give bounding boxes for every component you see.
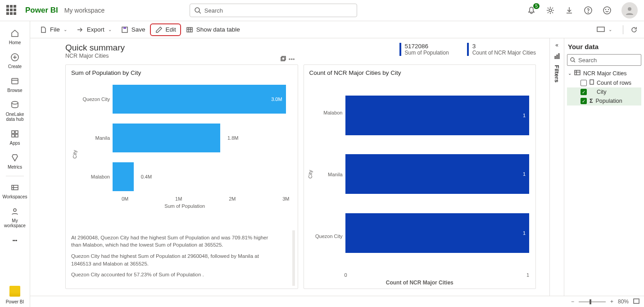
visual-sum-population[interactable]: ••• Sum of Population by City City Quezo… xyxy=(65,64,298,289)
x-tick: 3M xyxy=(282,196,289,202)
screen-icon xyxy=(597,26,605,34)
x-tick: 2M xyxy=(229,196,236,202)
nav-browse[interactable]: Browse xyxy=(1,73,28,96)
visual-count-cities[interactable]: Count of NCR Major Cities by City City M… xyxy=(304,64,536,289)
nav-onelake[interactable]: OneLake data hub xyxy=(1,97,28,124)
notifications-icon[interactable]: 5 xyxy=(527,6,536,15)
nav-my-workspace[interactable]: My workspace xyxy=(1,204,28,231)
feedback-icon[interactable] xyxy=(603,6,612,15)
workspace-name[interactable]: My workspace xyxy=(64,7,104,14)
table-node[interactable]: ⌄ NCR Major Cities xyxy=(567,69,641,78)
count-icon xyxy=(590,79,594,86)
field-count-rows[interactable]: Count of rows xyxy=(567,78,641,87)
svg-rect-19 xyxy=(123,27,126,29)
user-avatar[interactable] xyxy=(621,2,638,18)
more-icon[interactable]: ••• xyxy=(289,56,295,64)
svg-rect-21 xyxy=(597,27,604,32)
y-tick: Quezon City xyxy=(78,96,113,102)
chart-title: Count of NCR Major Cities by City xyxy=(304,65,536,78)
svg-rect-14 xyxy=(12,134,14,137)
sigma-icon: Σ xyxy=(590,98,593,104)
data-panel: Your data Search ⌄ NCR Major Cities Coun… xyxy=(564,38,644,296)
view-mode-button[interactable]: ⌄ xyxy=(593,24,617,36)
search-placeholder: Search xyxy=(204,7,223,14)
export-label: Export xyxy=(87,26,104,33)
checkbox-unchecked[interactable] xyxy=(581,80,587,86)
zoom-in-button[interactable]: + xyxy=(610,298,613,305)
brand-label: Power BI xyxy=(25,6,58,15)
svg-rect-30 xyxy=(590,80,594,84)
data-search-input[interactable]: Search xyxy=(567,54,641,66)
nav-workspaces[interactable]: Workspaces xyxy=(1,180,28,202)
bar-malabon[interactable]: 0.4M xyxy=(113,162,134,191)
checkbox-checked[interactable]: ✓ xyxy=(581,89,587,95)
zoom-percent[interactable]: 80% xyxy=(618,298,629,305)
bar-label: 1 xyxy=(523,171,526,177)
nav-create[interactable]: Create xyxy=(1,50,28,72)
svg-line-1 xyxy=(199,12,201,14)
insight-text: Quezon City had the highest Sum of Popul… xyxy=(71,252,279,267)
bar-manila[interactable]: 1 xyxy=(345,154,530,194)
svg-rect-23 xyxy=(282,56,286,60)
app-launcher-icon[interactable] xyxy=(6,5,17,16)
kpi-label: Count of NCR Major Cities xyxy=(472,50,536,56)
svg-point-2 xyxy=(549,9,552,12)
field-label: Population xyxy=(596,98,622,104)
nav-metrics-label: Metrics xyxy=(8,165,22,170)
edit-button[interactable]: Edit xyxy=(150,23,181,36)
zoom-out-button[interactable]: − xyxy=(571,298,574,305)
svg-point-7 xyxy=(608,9,609,10)
show-data-table-button[interactable]: Show data table xyxy=(182,24,244,36)
nav-powerbi[interactable]: Power BI xyxy=(1,283,28,307)
table-label: NCR Major Cities xyxy=(583,70,627,77)
insight-text: Quezon City accounted for 57.23% of Sum … xyxy=(71,271,279,279)
fit-page-icon[interactable] xyxy=(633,298,639,305)
save-button[interactable]: Save xyxy=(117,24,149,36)
bar-label: 1 xyxy=(523,230,526,236)
table-icon xyxy=(186,26,194,34)
chevron-down-icon: ⌄ xyxy=(568,71,571,76)
filters-panel-collapsed[interactable]: « Filters xyxy=(549,38,564,296)
nav-apps-label: Apps xyxy=(10,141,20,146)
svg-rect-26 xyxy=(558,54,559,59)
nav-more[interactable]: ••• xyxy=(1,233,28,248)
nav-metrics[interactable]: Metrics xyxy=(1,150,28,172)
zoom-slider[interactable] xyxy=(579,301,606,302)
help-icon[interactable] xyxy=(584,6,593,15)
export-button[interactable]: Export⌄ xyxy=(73,24,116,36)
bar-label: 1 xyxy=(523,113,526,118)
save-label: Save xyxy=(132,26,145,33)
top-bar: Power BI My workspace Search 5 xyxy=(0,0,644,21)
search-icon xyxy=(570,57,576,63)
table-icon xyxy=(574,70,581,77)
powerbi-logo-icon xyxy=(9,286,20,297)
y-tick: Malabon xyxy=(314,110,343,115)
edit-icon xyxy=(155,26,163,34)
svg-point-5 xyxy=(603,7,611,14)
viz-icon[interactable] xyxy=(554,53,560,60)
bar-manila[interactable]: 1.8M xyxy=(113,124,220,152)
bar-malabon[interactable]: 1 xyxy=(345,96,530,135)
nav-home[interactable]: Home xyxy=(1,26,28,48)
search-icon xyxy=(195,7,201,14)
field-population[interactable]: ✓ Σ Population xyxy=(567,96,641,105)
file-button[interactable]: File⌄ xyxy=(36,24,72,36)
kpi-sum-population: 5172086 Sum of Population xyxy=(399,43,449,56)
file-label: File xyxy=(50,26,60,33)
bar-quezon-city[interactable]: 1 xyxy=(345,213,530,253)
report-canvas: Quick summary NCR Major Cities 5172086 S… xyxy=(30,38,549,296)
copy-icon[interactable] xyxy=(280,56,286,64)
insights-panel: At 2960048, Quezon City had the highest … xyxy=(66,230,295,286)
settings-icon[interactable] xyxy=(546,6,555,15)
download-icon[interactable] xyxy=(565,6,574,15)
refresh-button[interactable] xyxy=(630,25,639,34)
expand-icon[interactable]: « xyxy=(555,42,558,48)
field-city[interactable]: ✓ City xyxy=(567,87,641,96)
bar-quezon-city[interactable]: 3.0M xyxy=(113,85,286,114)
filters-label: Filters xyxy=(553,65,560,82)
svg-point-6 xyxy=(606,9,606,10)
svg-point-11 xyxy=(12,101,18,104)
nav-apps[interactable]: Apps xyxy=(1,126,28,148)
checkbox-checked[interactable]: ✓ xyxy=(581,98,587,104)
global-search-input[interactable]: Search xyxy=(190,4,357,17)
